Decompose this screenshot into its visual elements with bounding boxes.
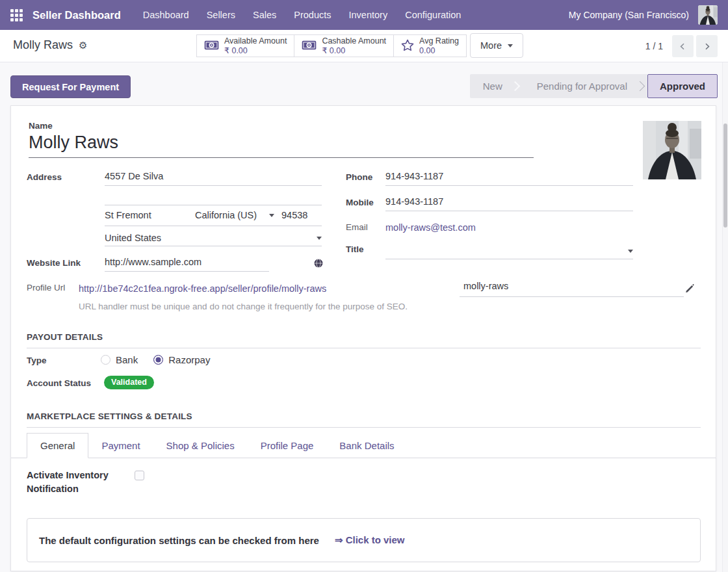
chevron-down-icon [628, 250, 633, 253]
star-icon [401, 39, 414, 53]
zip-input[interactable]: 94538 [281, 210, 322, 220]
radio-option-bank[interactable]: Bank [101, 354, 138, 365]
email-link[interactable]: molly-raws@test.com [385, 222, 476, 233]
chevron-down-icon [317, 237, 322, 240]
scrollbar[interactable] [722, 62, 728, 572]
mobile-input[interactable]: 914-943-1187 [385, 196, 633, 211]
radio-option-razorpay[interactable]: Razorpay [153, 354, 210, 365]
banknote-icon [302, 40, 317, 52]
city-state-zip-row: St Fremont California (US) 94538 [105, 210, 322, 226]
nav-item-configuration[interactable]: Configuration [405, 10, 461, 20]
profile-url-label: Profile Url [27, 283, 65, 292]
breadcrumb-title[interactable]: Molly Raws [13, 38, 73, 52]
tab-shop-and-policies[interactable]: Shop & Policies [153, 433, 248, 458]
seller-photo [643, 121, 701, 179]
stat-label: Cashable Amount [322, 36, 386, 46]
mobile-label: Mobile [346, 198, 374, 207]
url-handler-input[interactable]: molly-raws [460, 281, 684, 297]
tab-bar: General Payment Shop & Policies Profile … [11, 433, 716, 458]
title-select[interactable] [385, 243, 633, 259]
user-avatar-image [698, 5, 718, 25]
nav-item-sales[interactable]: Sales [253, 10, 276, 20]
pager-next-button[interactable] [696, 35, 718, 57]
stat-value: 0.00 [419, 46, 435, 56]
radio-icon [101, 355, 110, 365]
top-nav: Seller Dashboard Dashboard Sellers Sales… [0, 0, 728, 30]
globe-icon[interactable] [314, 259, 323, 270]
info-box: The default configuration settings can b… [27, 518, 701, 562]
control-panel: Molly Raws ⚙ Available Amount ₹ 0.00 Cas… [0, 30, 728, 62]
banknote-icon [204, 40, 219, 52]
chevron-left-icon [679, 43, 686, 50]
city-input[interactable]: St Fremont [105, 210, 195, 220]
phone-label: Phone [346, 172, 372, 182]
website-input[interactable]: http://www.sample.com [105, 257, 269, 272]
country-value: United States [105, 233, 161, 243]
nav-item-products[interactable]: Products [294, 10, 331, 20]
street-input[interactable]: 4557 De Silva [105, 171, 322, 186]
settings-gear-icon[interactable]: ⚙ [79, 40, 87, 51]
activate-inventory-label: Activate Inventory Notification [27, 469, 124, 496]
stage-approved[interactable]: Approved [647, 74, 718, 98]
website-label: Website Link [27, 258, 81, 268]
activate-inventory-checkbox[interactable] [135, 471, 144, 480]
more-button[interactable]: More [470, 33, 523, 58]
nav-item-sellers[interactable]: Sellers [207, 10, 235, 20]
stat-button-group: Available Amount ₹ 0.00 Cashable Amount … [196, 34, 523, 57]
country-select[interactable]: United States [105, 230, 322, 246]
info-link[interactable]: ⇒ Click to view [335, 534, 405, 546]
stat-label: Avg Rating [419, 36, 459, 46]
seller-photo-image [643, 121, 701, 179]
payout-section-title: PAYOUT DETAILS [27, 332, 701, 348]
request-for-payment-button[interactable]: Request For Payment [10, 75, 131, 98]
radio-checked-icon [153, 355, 163, 365]
title-label: Title [346, 244, 364, 254]
name-label: Name [29, 121, 53, 131]
user-avatar[interactable] [698, 5, 718, 25]
scrollbar-thumb[interactable] [723, 124, 727, 228]
stat-button-cashable-amount[interactable]: Cashable Amount ₹ 0.00 [294, 34, 394, 57]
address-label: Address [27, 172, 62, 182]
pager: 1 / 1 [645, 35, 718, 57]
type-radio-group: Bank Razorpay [101, 354, 210, 365]
stage-pipeline: New Pending for Approval Approved [470, 74, 718, 98]
company-switcher[interactable]: My Company (San Francisco) [569, 10, 689, 20]
app-title[interactable]: Seller Dashboard [32, 9, 121, 21]
state-select[interactable]: California (US) [195, 210, 274, 220]
info-text: The default configuration settings can b… [39, 535, 319, 546]
pager-previous-button[interactable] [672, 35, 694, 57]
radio-label: Bank [116, 354, 138, 365]
stat-button-avg-rating[interactable]: Avg Rating 0.00 [393, 34, 467, 57]
tab-general[interactable]: General [27, 433, 88, 458]
breadcrumb: Molly Raws ⚙ [13, 38, 87, 52]
seller-dashboard-app: Seller Dashboard Dashboard Sellers Sales… [0, 0, 728, 572]
form-sheet: Name Molly Raws Address 4557 De Silva St… [10, 105, 716, 571]
nav-item-dashboard[interactable]: Dashboard [143, 10, 189, 20]
chevron-down-icon [508, 44, 513, 47]
street2-input[interactable] [105, 190, 322, 205]
nav-item-inventory[interactable]: Inventory [349, 10, 388, 20]
tab-profile-page[interactable]: Profile Page [248, 433, 327, 458]
tab-bank-details[interactable]: Bank Details [326, 433, 407, 458]
stage-pending-for-approval[interactable]: Pending for Approval [524, 81, 640, 92]
chevron-down-icon [269, 214, 274, 217]
stat-value: ₹ 0.00 [224, 46, 248, 56]
radio-label: Razorpay [168, 354, 210, 365]
name-input[interactable]: Molly Raws [29, 133, 534, 158]
pencil-icon[interactable] [685, 283, 694, 296]
url-help-text: URL handler must be unique and do not ch… [79, 302, 408, 311]
marketplace-section-title: MARKETPLACE SETTINGS & DETAILS [27, 411, 701, 428]
apps-grid-icon[interactable] [10, 9, 23, 21]
stat-button-available-amount[interactable]: Available Amount ₹ 0.00 [196, 34, 294, 57]
account-status-label: Account Status [27, 378, 91, 388]
account-status-badge: Validated [104, 376, 154, 389]
pager-count: 1 / 1 [645, 41, 663, 51]
chevron-right-icon [703, 43, 710, 50]
profile-url-link[interactable]: http://1be74c2c1fea.ngrok-free.app/selle… [79, 283, 326, 294]
stage-new[interactable]: New [470, 81, 515, 92]
tab-payment[interactable]: Payment [88, 433, 153, 458]
state-value: California (US) [195, 210, 257, 220]
phone-input[interactable]: 914-943-1187 [385, 171, 633, 186]
status-bar: Request For Payment New Pending for Appr… [0, 62, 728, 105]
email-label: Email [346, 222, 368, 232]
